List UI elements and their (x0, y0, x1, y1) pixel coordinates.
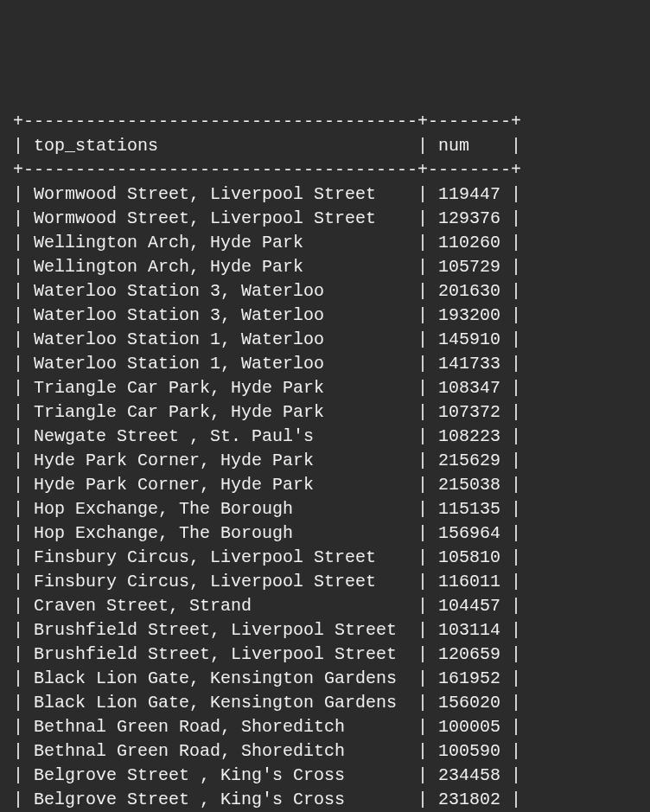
table-header-row: | top_stations | num | (13, 136, 521, 156)
sql-output: +--------------------------------------+… (13, 110, 637, 812)
table-border-mid: +--------------------------------------+… (13, 160, 521, 180)
table-border-top: +--------------------------------------+… (13, 112, 521, 131)
table-body: | Wormwood Street, Liverpool Street | 11… (13, 184, 521, 812)
